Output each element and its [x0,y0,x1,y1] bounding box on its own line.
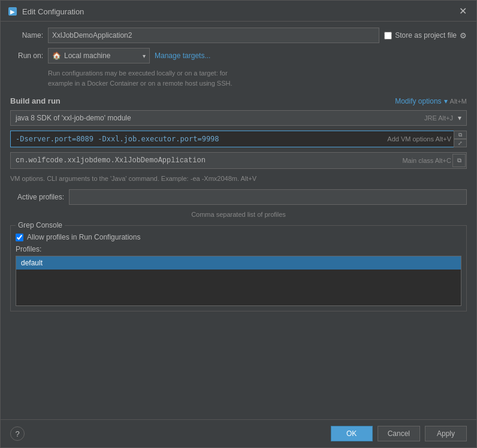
main-class-input[interactable] [10,152,467,169]
svg-text:▶: ▶ [10,8,15,15]
grep-console-legend: Grep Console [16,221,65,229]
run-on-label: Run on: [10,52,43,60]
vm-options-section: ⧉ ⤢ Add VM options Alt+V [10,131,467,147]
run-on-hint: Run configurations may be executed local… [48,68,467,88]
jre-shortcut: JRE Alt+J [424,114,453,122]
help-button[interactable]: ? [10,426,25,441]
vm-options-description: VM options. CLI arguments to the 'Java' … [10,175,467,182]
browse-main-class-icon[interactable]: ⧉ [452,154,466,167]
close-button[interactable]: ✕ [457,5,469,17]
gear-icon[interactable]: ⚙ [460,31,467,40]
edit-configuration-dialog: ▶ Edit Configuration ✕ Name: Store as pr… [0,0,477,448]
active-profiles-row: Active profiles: [10,189,467,205]
footer-left: ? [10,426,25,441]
profiles-list: default [16,256,461,306]
comma-hint: Comma separated list of profiles [10,211,467,218]
dialog-content: Name: Store as project file ⚙ Run on: 🏠 … [1,22,476,419]
local-machine-dropdown[interactable]: 🏠 Local machine ▾ [48,48,150,63]
modify-options-button[interactable]: Modify options ▾ Alt+M [395,97,467,105]
main-class-row: Main class Alt+C ⧉ [10,152,467,169]
jre-value: java 8 SDK of 'xxl-job-demo' module [16,114,424,122]
allow-profiles-row: Allow profiles in Run Configurations [16,233,461,241]
store-as-project-checkbox[interactable] [384,32,392,40]
store-as-project-label: Store as project file [395,31,457,40]
title-bar: ▶ Edit Configuration ✕ [1,1,476,22]
build-run-title: Build and run [10,96,61,105]
dialog-title: Edit Configuration [22,7,84,16]
name-input[interactable] [48,28,379,43]
jre-dropdown[interactable]: java 8 SDK of 'xxl-job-demo' module JRE … [10,110,467,126]
home-icon: 🏠 [52,52,61,60]
chevron-down-icon: ▾ [143,53,146,59]
vm-args-actions: ⧉ ⤢ [454,131,467,147]
modify-options-label: Modify options [395,97,441,105]
chevron-down-icon: ▾ [444,97,448,105]
copy-vm-icon[interactable]: ⧉ [454,131,467,139]
manage-targets-link[interactable]: Manage targets... [155,52,210,60]
grep-console-section: Grep Console Allow profiles in Run Confi… [10,225,467,311]
ok-button[interactable]: OK [331,426,373,441]
allow-profiles-label: Allow profiles in Run Configurations [27,233,140,241]
vm-args-row: ⧉ ⤢ Add VM options Alt+V [10,131,467,147]
jre-row: java 8 SDK of 'xxl-job-demo' module JRE … [10,110,467,126]
jre-dropdown-arrow: ▾ [458,114,461,122]
build-run-section-header: Build and run Modify options ▾ Alt+M [10,96,467,105]
main-class-hint-label: Main class Alt+C [402,157,451,164]
hint-line2: example in a Docker Container or on a re… [48,80,233,87]
add-vm-hint-label: Add VM options Alt+V [387,131,451,147]
apply-button[interactable]: Apply [425,426,467,441]
footer-right: OK Cancel Apply [331,426,467,441]
expand-vm-icon[interactable]: ⤢ [454,139,467,147]
config-icon: ▶ [8,7,17,16]
cancel-button[interactable]: Cancel [378,426,420,441]
active-profiles-input[interactable] [69,189,467,205]
list-item[interactable]: default [16,256,461,270]
local-machine-text: Local machine [64,52,110,60]
profiles-label: Profiles: [16,245,461,253]
hint-line1: Run configurations may be executed local… [48,69,228,77]
modify-options-shortcut: Alt+M [450,98,467,105]
allow-profiles-checkbox[interactable] [16,234,23,241]
store-as-project-row: Store as project file ⚙ [384,31,467,40]
profiles-list-empty [16,270,461,305]
name-label: Name: [10,31,43,40]
name-row: Name: Store as project file ⚙ [10,28,467,43]
dialog-footer: ? OK Cancel Apply [1,419,476,447]
run-on-row: Run on: 🏠 Local machine ▾ Manage targets… [10,48,467,63]
title-bar-left: ▶ Edit Configuration [8,7,84,16]
active-profiles-label: Active profiles: [10,193,64,201]
